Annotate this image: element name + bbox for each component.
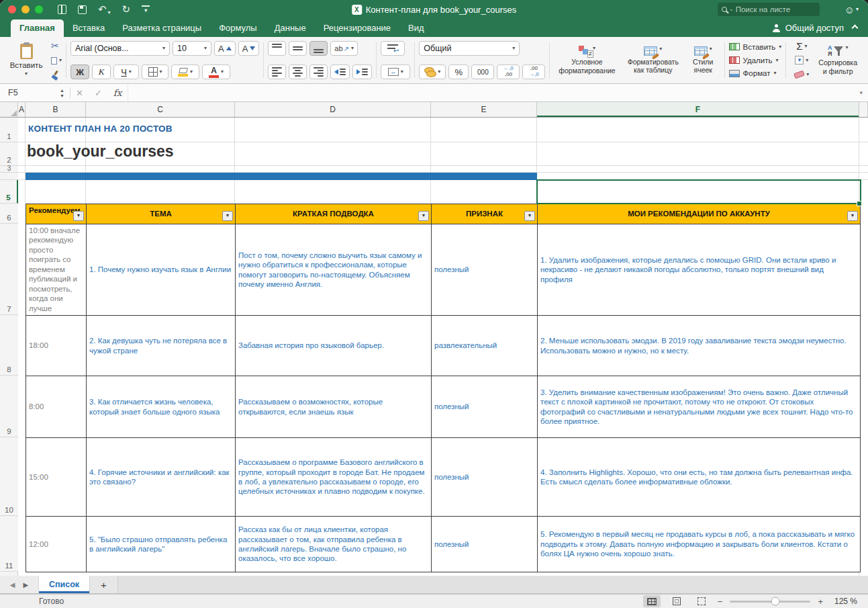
align-middle-button[interactable]: [289, 41, 307, 56]
cell-type[interactable]: полезный: [432, 438, 538, 517]
format-cells-button[interactable]: Формат ▾: [729, 67, 782, 79]
cell-topic[interactable]: 2. Как девушка чуть не потеряла все в чу…: [87, 316, 236, 376]
save-button[interactable]: [78, 5, 87, 14]
increase-indent-button[interactable]: [352, 64, 372, 79]
align-center-button[interactable]: [289, 64, 307, 79]
row-header-8[interactable]: 8: [0, 315, 18, 376]
undo-button[interactable]: ↶▾: [98, 3, 111, 15]
cell-lead[interactable]: Забавная история про языковой барьер.: [236, 316, 432, 376]
close-button[interactable]: [8, 5, 16, 13]
decrease-font-button[interactable]: A: [238, 41, 260, 56]
column-header-d[interactable]: D: [235, 102, 431, 117]
row-header-9[interactable]: 9: [0, 376, 18, 437]
cell-type[interactable]: развлекательный: [432, 316, 538, 376]
redo-button[interactable]: ↻: [122, 3, 131, 15]
cell-time[interactable]: 15:00: [26, 438, 87, 517]
clear-button[interactable]: ▾: [790, 68, 813, 81]
zoom-out-button[interactable]: −: [718, 597, 723, 607]
cell-recommendation[interactable]: 1. Удалить изображения, которые делались…: [538, 224, 861, 316]
page-break-view-button[interactable]: [693, 595, 710, 607]
sort-filter-button[interactable]: АЯ ▾ Сортировка и фильтр: [814, 45, 861, 75]
header-type[interactable]: ПРИЗНАК▼: [432, 204, 538, 224]
wrap-text-button[interactable]: ↩: [381, 41, 405, 56]
cell-recommendation[interactable]: 3. Уделить внимание качественным изображ…: [538, 376, 861, 438]
font-name-select[interactable]: Arial (Основ... ▾: [70, 41, 170, 56]
tab-insert[interactable]: Вставка: [64, 19, 113, 37]
header-recommendation[interactable]: МОИ РЕКОМЕНДАЦИИ ПО АККАУНТУ▼: [538, 204, 861, 224]
fill-color-button[interactable]: ▾: [171, 64, 199, 79]
cell-time[interactable]: 10:00 вначале рекомендую просто поиграть…: [26, 224, 87, 316]
minimize-button[interactable]: [21, 5, 30, 13]
increase-font-button[interactable]: A: [214, 41, 236, 56]
number-format-select[interactable]: Общий ▾: [419, 41, 520, 56]
cell-lead[interactable]: Рассказ как бы от лица клиентки, которая…: [236, 517, 432, 572]
cell-lead[interactable]: Рассказываем о программе Базового англий…: [236, 438, 432, 517]
cell-type[interactable]: полезный: [432, 517, 538, 572]
format-as-table-button[interactable]: ▾ Форматировать как таблицу: [623, 46, 683, 74]
filter-button[interactable]: ▼: [524, 211, 535, 221]
column-header-b[interactable]: B: [26, 102, 86, 117]
column-header-a[interactable]: A: [18, 102, 26, 117]
percent-format-button[interactable]: %: [448, 64, 469, 79]
cell-topic[interactable]: 1. Почему нужно изучать язык в Англии: [87, 224, 236, 316]
column-header-c[interactable]: C: [86, 102, 235, 117]
decrease-indent-button[interactable]: [330, 64, 350, 79]
cell-lead[interactable]: Пост о том, почему сложно выучить язык с…: [236, 224, 432, 316]
add-sheet-button[interactable]: +: [90, 576, 118, 593]
copy-button[interactable]: ▾: [51, 57, 62, 64]
thousands-format-button[interactable]: 000: [471, 64, 494, 79]
tab-view[interactable]: Вид: [399, 19, 433, 37]
formula-input[interactable]: [128, 84, 854, 101]
tab-review[interactable]: Рецензирование: [315, 19, 399, 37]
cell-recommendation[interactable]: 4. Заполнить Highlights. Хорошо, что они…: [538, 438, 861, 517]
sheet-search-box[interactable]: ⌄: [718, 3, 820, 16]
filter-button[interactable]: ▼: [73, 211, 84, 221]
cell-time[interactable]: 12:00: [26, 517, 87, 572]
column-header-e[interactable]: E: [431, 102, 537, 117]
autosum-button[interactable]: Σ▾: [790, 40, 813, 52]
format-painter-button[interactable]: [51, 71, 60, 79]
bold-button[interactable]: Ж: [70, 64, 89, 79]
align-right-button[interactable]: [309, 64, 328, 79]
row-header-5[interactable]: 5: [0, 180, 18, 204]
cell-topic[interactable]: 5. "Было страшно отправлять ребенка в ан…: [87, 517, 236, 572]
header-lead[interactable]: КРАТКАЯ ПОДВОДКА▼: [236, 204, 432, 224]
cell-type[interactable]: полезный: [432, 224, 538, 316]
formula-bar-expand-icon[interactable]: ▾: [859, 89, 863, 96]
fill-handle[interactable]: [857, 201, 862, 206]
conditional-formatting-button[interactable]: ≠▾ Условное форматирование: [554, 46, 620, 74]
row-header-3[interactable]: 3: [0, 166, 18, 173]
cell-recommendation[interactable]: 2. Меньше использовать эмодзи. В 2019 го…: [538, 316, 861, 376]
row-header-4[interactable]: [0, 173, 18, 180]
cut-button[interactable]: ✂: [51, 41, 59, 50]
fill-button[interactable]: ▼▾: [790, 54, 813, 67]
cell-lead[interactable]: Рассказываем о возможностях, которые отк…: [236, 376, 432, 438]
zoom-slider-knob[interactable]: [771, 597, 779, 606]
select-all-corner[interactable]: [0, 102, 18, 117]
insert-function-button[interactable]: fx: [113, 87, 122, 98]
borders-button[interactable]: ▾: [142, 64, 168, 79]
name-box-stepper[interactable]: ▲▼: [60, 88, 64, 98]
filter-button[interactable]: ▼: [222, 211, 233, 221]
row-header-7[interactable]: 7: [0, 224, 18, 315]
tab-home[interactable]: Главная: [11, 19, 64, 37]
zoom-in-button[interactable]: +: [818, 597, 823, 607]
column-header-spare[interactable]: [859, 102, 868, 117]
increase-decimal-button[interactable]: ←,0,00: [497, 64, 520, 79]
toolbar-options-button[interactable]: ▾: [142, 5, 150, 13]
share-button[interactable]: Общий доступ: [772, 23, 868, 37]
align-top-button[interactable]: [268, 41, 286, 56]
confirm-entry-button[interactable]: ✓: [95, 88, 102, 98]
feedback-button[interactable]: ☺ ▾: [845, 0, 859, 19]
filter-button[interactable]: ▼: [847, 211, 858, 221]
insert-cells-button[interactable]: Вставить ▾: [729, 41, 782, 53]
cancel-entry-button[interactable]: ✕: [76, 88, 83, 98]
paste-button[interactable]: Вставить ▾: [7, 41, 46, 79]
underline-button[interactable]: Ч▾: [113, 64, 139, 79]
align-left-button[interactable]: [268, 64, 286, 79]
tab-formulas[interactable]: Формулы: [210, 19, 266, 37]
panes-button[interactable]: [58, 5, 66, 14]
row-header-1[interactable]: 1: [0, 118, 18, 142]
font-color-button[interactable]: А ▾: [202, 64, 230, 79]
orientation-button[interactable]: ab↗ ▾: [330, 41, 358, 56]
